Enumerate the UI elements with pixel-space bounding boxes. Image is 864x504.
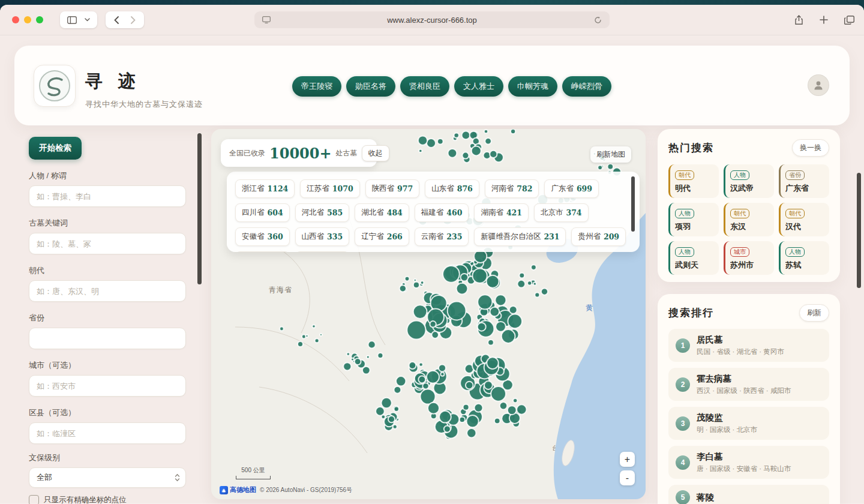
- province-count-chip[interactable]: 四川省604: [235, 203, 290, 222]
- nav-pill[interactable]: 贤相良臣: [400, 76, 449, 97]
- cluster-dot[interactable]: [343, 362, 351, 370]
- nav-pill[interactable]: 帝王陵寝: [292, 76, 341, 97]
- cluster-dot[interactable]: [419, 149, 422, 152]
- cluster-dot[interactable]: [531, 265, 536, 270]
- province-count-chip[interactable]: 山东省876: [425, 179, 479, 198]
- cluster-dot[interactable]: [427, 139, 436, 148]
- zoom-window-button[interactable]: [36, 16, 43, 23]
- cluster-dot[interactable]: [508, 314, 522, 329]
- keyword-input[interactable]: [29, 233, 186, 254]
- cluster-dot[interactable]: [381, 398, 391, 408]
- user-avatar[interactable]: [808, 74, 829, 96]
- ranking-item[interactable]: 3茂陵监明 · 国家级 · 北京市: [668, 407, 829, 440]
- cluster-dot[interactable]: [517, 404, 526, 414]
- cluster-dot[interactable]: [508, 406, 517, 415]
- refresh-ranking-button[interactable]: 刷新: [799, 304, 829, 322]
- cluster-dot[interactable]: [454, 133, 459, 137]
- cluster-dot[interactable]: [431, 331, 439, 338]
- cluster-dot[interactable]: [502, 329, 515, 343]
- cluster-dot[interactable]: [517, 280, 525, 288]
- cluster-dot[interactable]: [437, 139, 443, 145]
- cluster-dot[interactable]: [541, 289, 548, 295]
- cluster-dot[interactable]: [377, 353, 383, 358]
- nav-pill[interactable]: 勋臣名将: [346, 76, 395, 97]
- cluster-dot[interactable]: [394, 407, 399, 412]
- cluster-dot[interactable]: [463, 404, 469, 410]
- collapse-button[interactable]: 收起: [362, 145, 389, 161]
- cluster-dot[interactable]: [491, 386, 506, 401]
- cluster-dot[interactable]: [494, 418, 500, 424]
- cluster-dot[interactable]: [462, 131, 470, 139]
- cluster-dot[interactable]: [320, 334, 322, 336]
- cluster-dot[interactable]: [440, 373, 444, 376]
- shuffle-button[interactable]: 换一换: [792, 139, 829, 157]
- province-count-chip[interactable]: 湖北省484: [355, 203, 409, 222]
- sidebar-toggle-icon[interactable]: [64, 11, 80, 28]
- cluster-dot[interactable]: [535, 292, 539, 297]
- province-count-chip[interactable]: 贵州省209: [571, 227, 626, 246]
- cluster-dot[interactable]: [421, 389, 436, 404]
- site-settings-icon[interactable]: [260, 14, 272, 26]
- cluster-dot[interactable]: [513, 398, 517, 403]
- hot-tag[interactable]: 朝代汉代: [779, 203, 829, 236]
- cluster-dot[interactable]: [427, 371, 439, 383]
- cluster-dot[interactable]: [462, 152, 469, 159]
- forward-button[interactable]: [125, 11, 142, 28]
- cluster-dot[interactable]: [488, 340, 494, 346]
- checkbox-box[interactable]: [29, 495, 39, 504]
- hot-tag[interactable]: 朝代明代: [668, 164, 719, 198]
- cluster-dot[interactable]: [306, 335, 308, 337]
- hot-tag[interactable]: 人物武则天: [668, 241, 719, 275]
- cluster-dot[interactable]: [443, 266, 460, 283]
- cluster-dot[interactable]: [490, 151, 497, 158]
- cluster-dot[interactable]: [478, 323, 486, 331]
- hot-tag[interactable]: 人物苏轼: [779, 241, 829, 275]
- province-count-chip[interactable]: 陕西省977: [365, 179, 420, 198]
- refresh-map-button[interactable]: 刷新地图: [590, 146, 631, 163]
- city-input[interactable]: [29, 375, 186, 397]
- cluster-dot[interactable]: [298, 341, 303, 347]
- zoom-out-button[interactable]: -: [620, 470, 635, 485]
- cluster-dot[interactable]: [444, 426, 451, 433]
- cluster-dot[interactable]: [430, 321, 436, 327]
- province-count-chip[interactable]: 安徽省360: [235, 227, 290, 246]
- province-count-chip[interactable]: 新疆维吾尔自治区231: [474, 227, 566, 246]
- cluster-dot[interactable]: [598, 165, 602, 170]
- share-button[interactable]: [790, 11, 808, 28]
- cluster-dot[interactable]: [388, 416, 395, 422]
- nav-pill[interactable]: 峥嵘烈骨: [562, 76, 611, 97]
- province-count-chip[interactable]: 江苏省1070: [300, 179, 359, 198]
- cluster-dot[interactable]: [466, 382, 473, 389]
- cluster-dot[interactable]: [421, 281, 424, 284]
- minimize-window-button[interactable]: [24, 16, 31, 23]
- cluster-dot[interactable]: [457, 283, 468, 295]
- cluster-dot[interactable]: [367, 356, 370, 359]
- district-input[interactable]: [29, 422, 186, 444]
- site-logo[interactable]: [34, 65, 76, 107]
- cluster-dot[interactable]: [472, 268, 487, 283]
- cluster-dot[interactable]: [495, 295, 506, 305]
- cluster-dot[interactable]: [478, 295, 492, 309]
- hot-tag[interactable]: 人物汉武帝: [724, 164, 774, 198]
- hot-tag[interactable]: 人物项羽: [668, 203, 719, 236]
- ranking-item[interactable]: 4李白墓唐 · 国家级 · 安徽省 · 马鞍山市: [668, 446, 829, 479]
- province-input[interactable]: [29, 328, 186, 349]
- province-count-chip[interactable]: 重庆市207: [235, 251, 290, 252]
- province-count-chip[interactable]: 北京市374: [534, 203, 589, 222]
- cluster-dot[interactable]: [527, 281, 532, 285]
- left-panel-scrollbar[interactable]: [197, 133, 202, 284]
- cluster-dot[interactable]: [405, 277, 410, 281]
- reload-button[interactable]: [592, 14, 604, 26]
- cluster-dot[interactable]: [490, 307, 500, 317]
- cluster-dot[interactable]: [409, 362, 416, 369]
- cluster-dot[interactable]: [460, 417, 465, 422]
- cluster-dot[interactable]: [351, 358, 354, 361]
- cluster-dot[interactable]: [467, 428, 476, 437]
- cluster-dot[interactable]: [312, 325, 315, 328]
- ranking-item[interactable]: 1居氏墓民国 · 省级 · 湖北省 · 黄冈市: [668, 329, 829, 362]
- filter-checkbox-0[interactable]: 只显示有精确坐标的点位: [29, 495, 186, 504]
- province-count-chip[interactable]: 辽宁省266: [355, 227, 409, 246]
- cluster-dot[interactable]: [407, 320, 425, 339]
- province-count-chip[interactable]: 广东省699: [544, 179, 599, 198]
- province-count-chip[interactable]: 云南省235: [415, 227, 469, 246]
